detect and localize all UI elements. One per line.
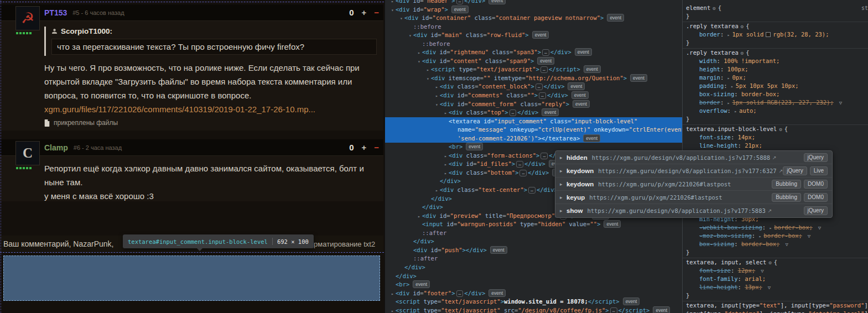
css-selector[interactable]: textarea, input[type="text"], input[type…	[686, 302, 868, 309]
dom-tree-node[interactable]: <script type="text/javascript">window.si…	[385, 298, 682, 306]
event-badge[interactable]: event	[630, 74, 647, 82]
event-source-link[interactable]: https://xgm.guru/design/v8/application.j…	[587, 207, 765, 214]
event-listener-row[interactable]: ▸keydownhttps://xgm.guru/design/v8/appli…	[555, 164, 832, 178]
formatting-help-link[interactable]: Форматирование txt2	[304, 240, 375, 248]
event-badge[interactable]: event	[571, 91, 589, 99]
event-badge[interactable]: event	[575, 48, 592, 56]
event-badge[interactable]: event	[568, 82, 585, 90]
css-selector[interactable]: .reply textarea	[686, 23, 739, 29]
expand-value-arrow[interactable]: ▸	[769, 226, 772, 231]
expand-value-arrow[interactable]: ▸	[731, 84, 734, 89]
collapsed-content-icon[interactable]: …	[540, 66, 548, 73]
expand-arrow-closed[interactable]: ▸	[434, 83, 440, 92]
css-property[interactable]: -moz-box-sizing: ▸border-box;▽	[686, 232, 868, 240]
event-badge[interactable]: event	[490, 246, 507, 254]
dom-tree-node[interactable]: </div>	[385, 237, 682, 246]
event-source-link[interactable]: https://xgm.guru/p/xgm/221026#lastpost	[589, 194, 722, 201]
comment-1-downvote-button[interactable]: −	[374, 8, 379, 17]
dom-tree-node[interactable]: </div>	[385, 263, 682, 272]
expand-arrow-closed[interactable]: ▸	[389, 290, 396, 299]
event-listener-row[interactable]: ▸hiddenhttps://xgm.guru/design/v8/applic…	[555, 151, 832, 164]
expand-arrow-closed[interactable]: ▸	[425, 66, 431, 75]
collapsed-content-icon[interactable]: …	[456, 0, 464, 4]
css-property[interactable]: width: 100% !important;	[686, 57, 868, 65]
event-badge[interactable]: event	[607, 14, 624, 22]
dom-tree-node[interactable]: ▾<div id="container" class="container pa…	[385, 14, 682, 23]
dom-tree-node[interactable]: ▾<div id="main" class="row-fluid">event	[385, 31, 682, 40]
dom-tree-node-selected[interactable]: <textarea id="input_comment" class="inpu…	[385, 117, 682, 126]
collapsed-content-icon[interactable]: …	[610, 307, 617, 313]
expand-arrow-closed[interactable]: ▸	[434, 186, 440, 195]
event-badge[interactable]: event	[537, 57, 554, 65]
css-property[interactable]: box-sizing: border-box;	[686, 90, 868, 98]
dom-tree-node[interactable]: <div id="push"></div>event	[385, 246, 682, 255]
css-property[interactable]: line-height: 13px;▽	[686, 283, 868, 291]
collapsed-content-icon[interactable]: …	[539, 92, 546, 99]
collapsed-content-icon[interactable]: …	[540, 153, 548, 159]
css-property[interactable]: border: ▸1px solid RGB(223, 227, 232);▽	[686, 98, 868, 107]
collapsed-content-icon[interactable]: …	[536, 84, 543, 90]
expand-arrow-closed[interactable]: ▸	[560, 181, 566, 187]
expand-arrow-closed[interactable]: ▸	[443, 160, 449, 169]
expand-arrow-closed[interactable]: ▸	[389, 0, 396, 6]
expand-arrow-closed[interactable]: ▸	[416, 49, 422, 58]
color-swatch[interactable]	[766, 32, 771, 37]
rule-settings-icon[interactable]: ⚙	[768, 260, 771, 265]
expand-arrow-closed[interactable]: ▸	[560, 155, 566, 160]
expand-arrow-closed[interactable]: ▸	[389, 307, 396, 313]
expand-arrow-closed[interactable]: ▸	[443, 169, 449, 178]
dom-tree-node[interactable]: ▸<div id="header">…</div>event	[385, 0, 682, 6]
event-source-link[interactable]: https://xgm.guru/p/xgm/221026#lastpost	[598, 181, 731, 187]
css-property[interactable]: -webkit-box-sizing: ▸border-box;▽	[686, 223, 868, 232]
dom-tree-node[interactable]: <br>event	[385, 280, 682, 289]
rule-settings-icon[interactable]: ⚙	[779, 127, 782, 132]
event-source-link[interactable]: https://xgm.guru/design/v8/application.j…	[592, 154, 770, 161]
rule-settings-icon[interactable]: ⚙	[713, 6, 715, 11]
expand-arrow-closed[interactable]: ▸	[443, 109, 449, 118]
expand-arrow-closed[interactable]: ▸	[443, 152, 449, 161]
event-listener-row[interactable]: ▸keydownhttps://xgm.guru/p/xgm/221026#la…	[555, 178, 832, 191]
dom-tree-node[interactable]: ▸<div class="top">…</div>event	[385, 108, 682, 117]
dom-tree-node[interactable]: ::before	[385, 40, 682, 49]
css-selector[interactable]: textarea.input-block-level	[686, 126, 777, 132]
rule-settings-icon[interactable]: ⚙	[741, 24, 744, 29]
event-badge[interactable]: event	[488, 0, 506, 4]
dom-tree-node[interactable]: </div>	[385, 272, 682, 281]
expand-arrow-open[interactable]: ▾	[416, 58, 422, 66]
comment-2-downvote-button[interactable]: −	[374, 143, 379, 152]
dom-tree-node[interactable]: ▸<div id="comments" class="">…</div>even…	[385, 91, 682, 100]
quote-author[interactable]: ScorpioT1000:	[61, 27, 112, 35]
expand-value-arrow[interactable]: ▸	[727, 76, 730, 81]
inspect-highlight-overlay[interactable]	[3, 255, 380, 301]
expand-arrow-closed[interactable]: ▸	[560, 195, 566, 200]
css-property[interactable]: box-sizing: border-box;▽	[686, 240, 868, 248]
expand-arrow-open[interactable]: ▾	[407, 32, 413, 40]
dom-tree-node[interactable]: ▸<script type="text/javascript" src="/de…	[385, 306, 682, 313]
event-badge[interactable]: event	[623, 298, 640, 305]
event-badge[interactable]: event	[604, 220, 621, 228]
expand-arrow-open[interactable]: ▾	[425, 75, 431, 84]
expand-value-arrow[interactable]: ▸	[727, 101, 730, 106]
collapsed-content-icon[interactable]: …	[510, 109, 517, 116]
event-source-link[interactable]: https://xgm.guru/design/v8/application.j…	[598, 168, 776, 174]
css-selector[interactable]: input[type="datetime"], input[type="date…	[686, 310, 868, 313]
dom-tree-node-selected[interactable]: 'send-comment-221026')"></textarea>event	[385, 134, 682, 143]
event-badge[interactable]: event	[488, 289, 506, 297]
css-property[interactable]: font-family: arial;	[686, 275, 868, 283]
css-property[interactable]: line-height: 21px;	[686, 142, 868, 150]
open-source-icon[interactable]: ↗	[779, 168, 783, 174]
event-badge[interactable]: event	[413, 280, 430, 288]
event-badge[interactable]: event	[451, 6, 469, 13]
css-property[interactable]: border: ▸1px solidrgb(32, 28, 23);	[686, 30, 868, 39]
comment-2-author[interactable]: Clamp	[44, 143, 68, 152]
expand-arrow-closed[interactable]: ▸	[560, 168, 566, 174]
event-listener-row[interactable]: ▸showhttps://xgm.guru/design/v8/applicat…	[555, 204, 832, 217]
css-selector[interactable]: textarea, input, select	[686, 259, 766, 265]
expand-arrow-closed[interactable]: ▸	[560, 208, 566, 213]
expand-arrow-open[interactable]: ▾	[398, 14, 404, 23]
css-property[interactable]: height: 100px;	[686, 65, 868, 74]
attachment-row[interactable]: прикреплены файлы	[44, 119, 377, 127]
dom-tree-node[interactable]: ▾<div id="comment_form" class="reply">ev…	[385, 100, 682, 109]
dom-tree-node[interactable]: <input id="warngun-postids" type="hidden…	[385, 220, 682, 229]
comment-1-author[interactable]: PT153	[44, 8, 67, 17]
